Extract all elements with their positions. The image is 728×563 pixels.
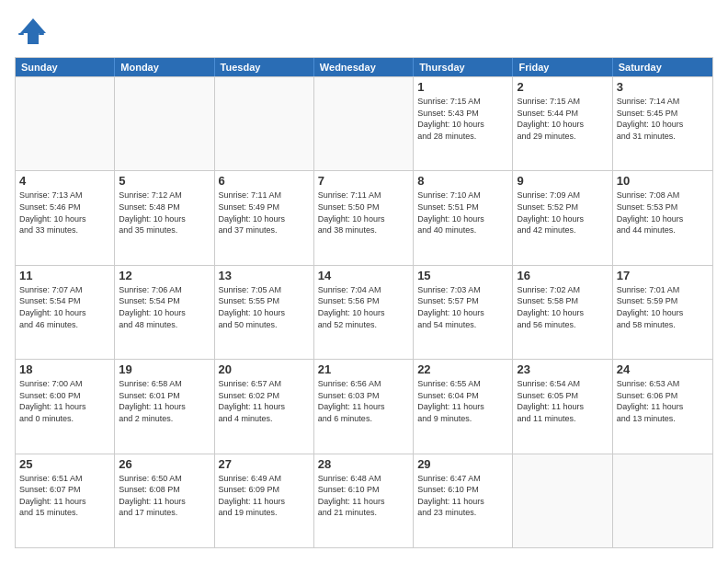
day-cell-3: 3Sunrise: 7:14 AM Sunset: 5:45 PM Daylig…	[613, 77, 712, 170]
day-info: Sunrise: 7:03 AM Sunset: 5:57 PM Dayligh…	[417, 284, 508, 330]
day-cell-13: 13Sunrise: 7:05 AM Sunset: 5:55 PM Dayli…	[215, 266, 314, 359]
day-info: Sunrise: 7:15 AM Sunset: 5:44 PM Dayligh…	[517, 96, 608, 142]
day-info: Sunrise: 7:00 AM Sunset: 6:00 PM Dayligh…	[19, 378, 110, 424]
logo	[15, 15, 51, 48]
page: SundayMondayTuesdayWednesdayThursdayFrid…	[0, 0, 728, 563]
empty-cell-0-2	[215, 77, 314, 170]
calendar-body: 1Sunrise: 7:15 AM Sunset: 5:43 PM Daylig…	[16, 76, 712, 547]
day-cell-20: 20Sunrise: 6:57 AM Sunset: 6:02 PM Dayli…	[215, 360, 314, 453]
svg-marker-0	[20, 18, 46, 44]
day-number: 7	[318, 174, 409, 188]
day-cell-16: 16Sunrise: 7:02 AM Sunset: 5:58 PM Dayli…	[513, 266, 612, 359]
day-info: Sunrise: 6:49 AM Sunset: 6:09 PM Dayligh…	[219, 473, 310, 519]
header	[15, 15, 713, 48]
day-info: Sunrise: 6:57 AM Sunset: 6:02 PM Dayligh…	[219, 378, 310, 424]
day-number: 2	[517, 80, 608, 94]
day-number: 13	[219, 269, 310, 282]
day-cell-5: 5Sunrise: 7:12 AM Sunset: 5:48 PM Daylig…	[115, 171, 214, 264]
calendar-row-0: 1Sunrise: 7:15 AM Sunset: 5:43 PM Daylig…	[16, 76, 712, 170]
calendar-row-4: 25Sunrise: 6:51 AM Sunset: 6:07 PM Dayli…	[16, 454, 712, 547]
day-info: Sunrise: 7:11 AM Sunset: 5:50 PM Dayligh…	[318, 190, 409, 236]
day-info: Sunrise: 7:14 AM Sunset: 5:45 PM Dayligh…	[617, 96, 709, 142]
day-info: Sunrise: 7:15 AM Sunset: 5:43 PM Dayligh…	[417, 96, 508, 142]
day-cell-21: 21Sunrise: 6:56 AM Sunset: 6:03 PM Dayli…	[314, 360, 414, 453]
day-info: Sunrise: 7:07 AM Sunset: 5:54 PM Dayligh…	[19, 284, 110, 330]
day-info: Sunrise: 7:13 AM Sunset: 5:46 PM Dayligh…	[19, 190, 110, 236]
header-cell-saturday: Saturday	[613, 58, 712, 76]
day-cell-6: 6Sunrise: 7:11 AM Sunset: 5:49 PM Daylig…	[215, 171, 314, 264]
day-number: 5	[119, 174, 210, 188]
day-number: 19	[119, 362, 210, 376]
logo-icon	[15, 15, 48, 48]
header-cell-thursday: Thursday	[414, 58, 513, 76]
day-number: 4	[19, 174, 110, 188]
header-cell-tuesday: Tuesday	[215, 58, 314, 76]
calendar-row-3: 18Sunrise: 7:00 AM Sunset: 6:00 PM Dayli…	[16, 359, 712, 453]
day-cell-17: 17Sunrise: 7:01 AM Sunset: 5:59 PM Dayli…	[613, 266, 712, 359]
day-cell-2: 2Sunrise: 7:15 AM Sunset: 5:44 PM Daylig…	[513, 77, 612, 170]
day-info: Sunrise: 7:05 AM Sunset: 5:55 PM Dayligh…	[219, 284, 310, 330]
day-number: 16	[517, 269, 608, 282]
day-cell-1: 1Sunrise: 7:15 AM Sunset: 5:43 PM Daylig…	[414, 77, 513, 170]
day-info: Sunrise: 7:04 AM Sunset: 5:56 PM Dayligh…	[318, 284, 409, 330]
empty-cell-4-5	[513, 454, 612, 547]
day-cell-26: 26Sunrise: 6:50 AM Sunset: 6:08 PM Dayli…	[115, 454, 214, 547]
day-cell-18: 18Sunrise: 7:00 AM Sunset: 6:00 PM Dayli…	[16, 360, 115, 453]
day-number: 15	[417, 269, 508, 282]
day-cell-4: 4Sunrise: 7:13 AM Sunset: 5:46 PM Daylig…	[16, 171, 115, 264]
header-cell-monday: Monday	[115, 58, 214, 76]
day-info: Sunrise: 6:51 AM Sunset: 6:07 PM Dayligh…	[19, 473, 110, 519]
day-number: 26	[119, 457, 210, 471]
day-cell-24: 24Sunrise: 6:53 AM Sunset: 6:06 PM Dayli…	[613, 360, 712, 453]
day-info: Sunrise: 6:54 AM Sunset: 6:05 PM Dayligh…	[517, 378, 608, 424]
calendar-row-2: 11Sunrise: 7:07 AM Sunset: 5:54 PM Dayli…	[16, 265, 712, 359]
day-number: 21	[318, 362, 409, 376]
empty-cell-0-3	[314, 77, 414, 170]
day-info: Sunrise: 6:58 AM Sunset: 6:01 PM Dayligh…	[119, 378, 210, 424]
day-cell-11: 11Sunrise: 7:07 AM Sunset: 5:54 PM Dayli…	[16, 266, 115, 359]
day-cell-29: 29Sunrise: 6:47 AM Sunset: 6:10 PM Dayli…	[414, 454, 513, 547]
empty-cell-4-6	[613, 454, 712, 547]
day-cell-10: 10Sunrise: 7:08 AM Sunset: 5:53 PM Dayli…	[613, 171, 712, 264]
day-number: 22	[417, 362, 508, 376]
day-cell-19: 19Sunrise: 6:58 AM Sunset: 6:01 PM Dayli…	[115, 360, 214, 453]
day-info: Sunrise: 7:01 AM Sunset: 5:59 PM Dayligh…	[617, 284, 709, 330]
day-number: 12	[119, 269, 210, 282]
day-number: 27	[219, 457, 310, 471]
day-info: Sunrise: 6:55 AM Sunset: 6:04 PM Dayligh…	[417, 378, 508, 424]
day-cell-7: 7Sunrise: 7:11 AM Sunset: 5:50 PM Daylig…	[314, 171, 414, 264]
day-cell-8: 8Sunrise: 7:10 AM Sunset: 5:51 PM Daylig…	[414, 171, 513, 264]
svg-rect-1	[18, 33, 24, 35]
day-number: 23	[517, 362, 608, 376]
day-number: 17	[617, 269, 709, 282]
day-info: Sunrise: 7:06 AM Sunset: 5:54 PM Dayligh…	[119, 284, 210, 330]
day-number: 9	[517, 174, 608, 188]
calendar-row-1: 4Sunrise: 7:13 AM Sunset: 5:46 PM Daylig…	[16, 170, 712, 264]
day-number: 10	[617, 174, 709, 188]
day-cell-14: 14Sunrise: 7:04 AM Sunset: 5:56 PM Dayli…	[314, 266, 414, 359]
day-info: Sunrise: 7:08 AM Sunset: 5:53 PM Dayligh…	[617, 190, 709, 236]
header-cell-wednesday: Wednesday	[314, 58, 414, 76]
day-number: 20	[219, 362, 310, 376]
day-cell-23: 23Sunrise: 6:54 AM Sunset: 6:05 PM Dayli…	[513, 360, 612, 453]
calendar-header: SundayMondayTuesdayWednesdayThursdayFrid…	[16, 58, 712, 76]
day-info: Sunrise: 6:53 AM Sunset: 6:06 PM Dayligh…	[617, 378, 709, 424]
day-cell-12: 12Sunrise: 7:06 AM Sunset: 5:54 PM Dayli…	[115, 266, 214, 359]
day-info: Sunrise: 7:02 AM Sunset: 5:58 PM Dayligh…	[517, 284, 608, 330]
day-cell-9: 9Sunrise: 7:09 AM Sunset: 5:52 PM Daylig…	[513, 171, 612, 264]
day-cell-27: 27Sunrise: 6:49 AM Sunset: 6:09 PM Dayli…	[215, 454, 314, 547]
svg-rect-2	[39, 33, 44, 35]
day-number: 8	[417, 174, 508, 188]
header-cell-friday: Friday	[513, 58, 612, 76]
day-info: Sunrise: 6:48 AM Sunset: 6:10 PM Dayligh…	[318, 473, 409, 519]
day-number: 14	[318, 269, 409, 282]
day-number: 29	[417, 457, 508, 471]
day-number: 18	[19, 362, 110, 376]
day-cell-15: 15Sunrise: 7:03 AM Sunset: 5:57 PM Dayli…	[414, 266, 513, 359]
day-cell-28: 28Sunrise: 6:48 AM Sunset: 6:10 PM Dayli…	[314, 454, 414, 547]
day-info: Sunrise: 7:10 AM Sunset: 5:51 PM Dayligh…	[417, 190, 508, 236]
day-info: Sunrise: 7:09 AM Sunset: 5:52 PM Dayligh…	[517, 190, 608, 236]
day-number: 1	[417, 80, 508, 94]
day-number: 25	[19, 457, 110, 471]
day-number: 3	[617, 80, 709, 94]
